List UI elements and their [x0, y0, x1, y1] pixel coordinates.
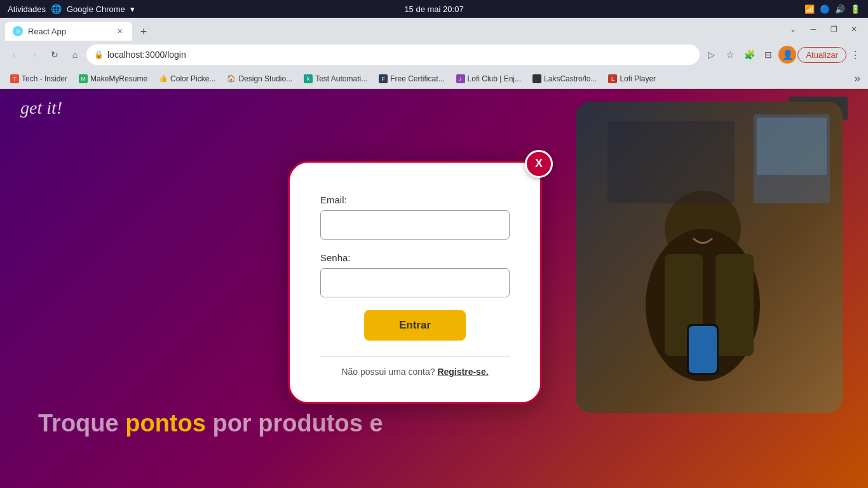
url-bar[interactable]: 🔒 localhost:3000/login [86, 44, 700, 65]
bluetooth-icon: 🔵 [820, 4, 830, 14]
side-panel-button[interactable]: ⊟ [759, 46, 777, 64]
volume-icon: 🔊 [835, 4, 845, 14]
bookmark-icon: 🏠 [227, 74, 236, 83]
minimize-button[interactable]: ─ [804, 20, 822, 38]
tab-title: React App [28, 27, 109, 36]
new-tab-button[interactable]: + [135, 23, 153, 41]
taskbar-right: 📶 🔵 🔊 🔋 [804, 4, 860, 14]
forward-button[interactable]: › [25, 46, 43, 64]
tab-controls: ⌄ ─ ❐ ✕ [784, 20, 863, 41]
bookmark-icon: ♪ [456, 74, 465, 83]
modal-divider [320, 356, 510, 356]
email-form-group: Email: [320, 194, 510, 240]
bookmark-colorpicker[interactable]: 👍 Color Picke... [154, 72, 220, 86]
tab-list-button[interactable]: ⌄ [784, 20, 802, 38]
login-modal: X Email: Senha: Entrar Não possui um [288, 161, 542, 404]
bookmark-loficlub[interactable]: ♪ Lofi Club | Enj... [451, 72, 527, 86]
datetime-display: 15 de mai 20:07 [404, 4, 463, 14]
svg-point-0 [533, 75, 541, 83]
email-label: Email: [320, 194, 510, 205]
browser-label: Google Chrome [67, 4, 125, 14]
browser-icon: 🌐 [51, 4, 62, 14]
restore-button[interactable]: ❐ [825, 20, 843, 38]
activities-label[interactable]: Atividades [8, 4, 46, 14]
cast-button[interactable]: ▷ [702, 46, 720, 64]
modal-close-button[interactable]: X [525, 150, 553, 178]
bookmark-tech-insider[interactable]: T Tech - Insider [5, 72, 72, 86]
bookmark-lofiplayer[interactable]: L Lofi Player [603, 72, 661, 86]
register-section: Não possui uma conta? Registre-se. [320, 367, 510, 377]
address-bar: ‹ › ↻ ⌂ 🔒 localhost:3000/login ▷ ☆ 🧩 ⊟ 👤… [0, 41, 868, 69]
modal-overlay: X Email: Senha: Entrar Não possui um [0, 89, 868, 488]
tab-bar: ⚛ React App ✕ + ⌄ ─ ❐ ✕ [0, 18, 868, 41]
user-avatar[interactable]: 👤 [778, 46, 796, 64]
register-link[interactable]: Registre-se. [437, 367, 488, 377]
address-bar-actions: ▷ ☆ 🧩 ⊟ 👤 Atualizar ⋮ [702, 46, 863, 64]
password-form-group: Senha: [320, 252, 510, 297]
bookmarks-more-button[interactable]: » [851, 72, 863, 85]
tab-close-button[interactable]: ✕ [114, 26, 125, 36]
app-content: get it! Login [0, 89, 868, 488]
os-taskbar: Atividades 🌐 Google Chrome ▾ 15 de mai 2… [0, 0, 868, 18]
password-label: Senha: [320, 252, 510, 263]
bookmark-makemyresume[interactable]: M MakeMyResume [74, 72, 153, 86]
email-input[interactable] [320, 210, 510, 240]
window-close-button[interactable]: ✕ [845, 20, 863, 38]
url-text[interactable]: localhost:3000/login [107, 50, 692, 60]
battery-icon: 🔋 [850, 4, 860, 14]
extensions-button[interactable]: 🧩 [740, 46, 758, 64]
reload-button[interactable]: ↻ [46, 46, 64, 64]
bookmark-designstudio[interactable]: 🏠 Design Studio... [222, 72, 297, 86]
back-button[interactable]: ‹ [5, 46, 23, 64]
chrome-window: ⚛ React App ✕ + ⌄ ─ ❐ ✕ ‹ › ↻ ⌂ 🔒 localh… [0, 18, 868, 488]
bookmark-icon: L [608, 74, 617, 83]
wifi-icon: 📶 [804, 4, 815, 14]
dropdown-arrow-icon: ▾ [130, 4, 135, 14]
favicon-char: ⚛ [15, 28, 21, 35]
home-button[interactable]: ⌂ [66, 46, 84, 64]
bookmark-freecert[interactable]: F Free Certificat... [374, 72, 449, 86]
bookmark-icon: k [304, 74, 313, 83]
lock-icon: 🔒 [94, 50, 104, 59]
bookmarks-bar: T Tech - Insider M MakeMyResume 👍 Color … [0, 69, 868, 89]
password-input[interactable] [320, 268, 510, 297]
tab-favicon: ⚛ [13, 26, 23, 36]
chrome-menu-button[interactable]: ⋮ [848, 49, 863, 61]
submit-button[interactable]: Entrar [364, 310, 466, 341]
taskbar-left: Atividades 🌐 Google Chrome ▾ [8, 4, 135, 14]
bookmark-icon: T [10, 74, 19, 83]
bookmark-lakscastro[interactable]: LaksCastro/lo... [527, 72, 602, 86]
update-button[interactable]: Atualizar [797, 47, 846, 63]
bookmark-icon: 👍 [159, 74, 168, 83]
bookmark-button[interactable]: ☆ [721, 46, 739, 64]
active-tab[interactable]: ⚛ React App ✕ [5, 22, 132, 41]
taskbar-clock: 15 de mai 20:07 [404, 4, 463, 14]
bookmark-icon: F [379, 74, 388, 83]
bookmark-icon [532, 74, 541, 83]
no-account-text: Não possui uma conta? [341, 367, 435, 377]
bookmark-icon: M [79, 74, 88, 83]
bookmark-testautomation[interactable]: k Test Automati... [299, 72, 372, 86]
